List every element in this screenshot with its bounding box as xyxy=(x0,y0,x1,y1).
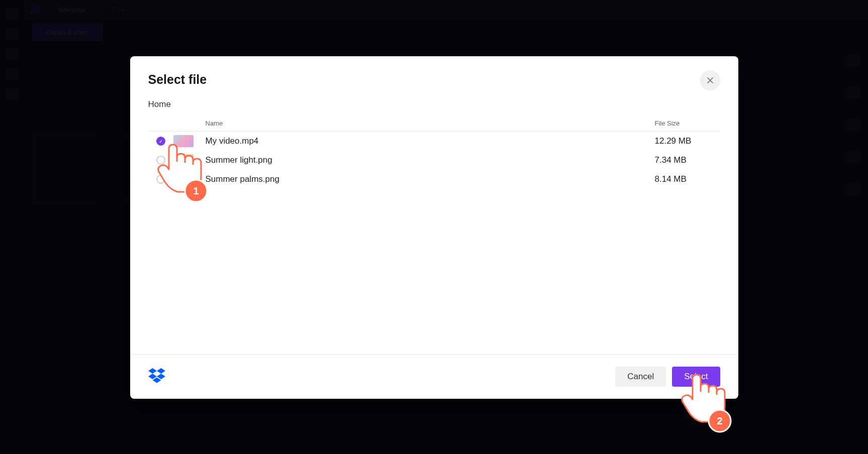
select-button[interactable]: Select xyxy=(672,367,720,387)
file-radio[interactable] xyxy=(156,175,165,184)
file-thumbnail xyxy=(173,173,194,185)
modal-overlay[interactable]: Select file Home Name File Size ✓ xyxy=(0,0,868,454)
file-thumbnail xyxy=(173,154,194,166)
table-header: Name File Size xyxy=(148,116,720,132)
file-name: Summer light.png xyxy=(199,155,655,165)
dropbox-icon xyxy=(148,368,165,385)
file-name: My video.mp4 xyxy=(199,136,655,146)
cancel-button[interactable]: Cancel xyxy=(615,367,666,387)
file-row[interactable]: ✓ My video.mp4 12.29 MB xyxy=(148,132,720,151)
breadcrumb[interactable]: Home xyxy=(130,99,738,116)
file-size: 8.14 MB xyxy=(655,174,720,184)
file-radio-selected[interactable]: ✓ xyxy=(156,137,165,146)
file-row[interactable]: Summer light.png 7.34 MB xyxy=(148,151,720,170)
close-icon xyxy=(707,77,713,83)
file-radio[interactable] xyxy=(156,156,165,165)
file-name: Summer palms.png xyxy=(199,174,655,184)
file-picker-modal: Select file Home Name File Size ✓ xyxy=(130,56,738,399)
file-thumbnail xyxy=(173,135,194,147)
file-size: 7.34 MB xyxy=(655,155,720,165)
close-button[interactable] xyxy=(700,70,720,90)
breadcrumb-home[interactable]: Home xyxy=(148,99,171,109)
file-row[interactable]: Summer palms.png 8.14 MB xyxy=(148,170,720,189)
modal-title: Select file xyxy=(148,72,207,87)
column-name: Name xyxy=(199,120,655,127)
file-size: 12.29 MB xyxy=(655,136,720,146)
column-size: File Size xyxy=(655,120,720,127)
file-table: Name File Size ✓ My video.mp4 12.29 MB S… xyxy=(130,116,738,354)
